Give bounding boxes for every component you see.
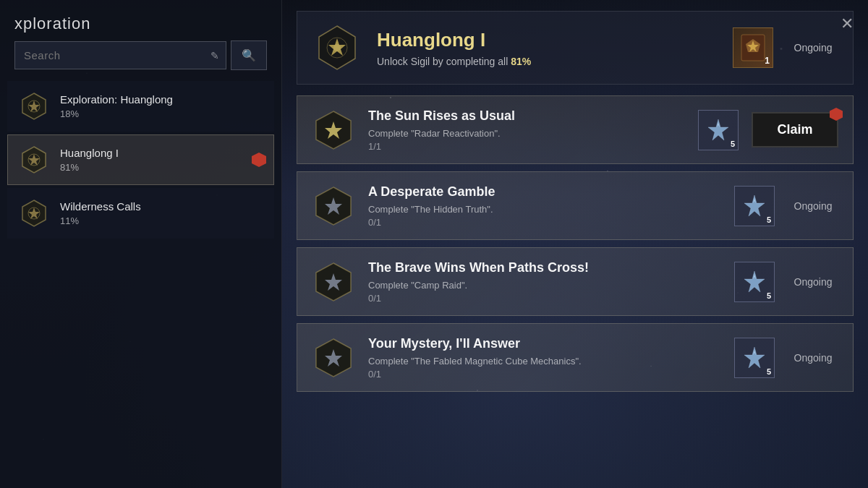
ongoing-label-mystery-answer: Ongoing xyxy=(788,352,838,364)
quest-reward-sun-rises: 5 xyxy=(698,110,739,150)
quest-card-brave-wins: The Brave Wins When Paths Cross! Complet… xyxy=(297,247,854,316)
region-subtitle: Unlock Sigil by completing all 81% xyxy=(377,56,718,67)
quest-icon-wrap-brave-wins xyxy=(312,260,355,304)
sidebar-header: xploration xyxy=(0,0,281,40)
item-icon-exploration-huanglong xyxy=(17,89,51,124)
quest-card-mystery-answer: Your Mystery, I'll Answer Complete "The … xyxy=(297,323,854,392)
item-pct-huanglong-i: 81% xyxy=(60,162,265,173)
quest-title-desperate-gamble: A Desperate Gamble xyxy=(368,184,721,200)
quest-icon-wrap-sun-rises xyxy=(312,108,355,152)
main-content: Huanglong I Unlock Sigil by completing a… xyxy=(282,0,868,488)
region-info: Huanglong I Unlock Sigil by completing a… xyxy=(377,29,718,67)
search-bar: ✎ 🔍 xyxy=(14,40,267,70)
quest-progress-brave-wins: 0/1 xyxy=(368,293,721,304)
quest-info-sun-rises: The Sun Rises as Usual Complete "Radar R… xyxy=(368,108,685,152)
item-icon-huanglong-i xyxy=(17,142,51,177)
quest-desc-brave-wins: Complete "Camp Raid". xyxy=(368,280,721,291)
reward-count: 1 xyxy=(765,56,770,66)
quest-card-desperate-gamble: A Desperate Gamble Complete "The Hidden … xyxy=(297,171,854,240)
claim-badge-sun-rises xyxy=(830,108,843,121)
item-info-wilderness-calls: Wilderness Calls11% xyxy=(60,200,265,226)
quest-icon-wrap-desperate-gamble xyxy=(312,184,355,228)
quest-info-mystery-answer: Your Mystery, I'll Answer Complete "The … xyxy=(368,336,721,380)
sidebar-item-exploration-huanglong[interactable]: Exploration: Huanglong18% xyxy=(7,81,274,132)
quest-title-brave-wins: The Brave Wins When Paths Cross! xyxy=(368,260,721,275)
quest-title-mystery-answer: Your Mystery, I'll Answer xyxy=(368,336,721,351)
quest-progress-mystery-answer: 0/1 xyxy=(368,369,721,380)
completion-pct: 81% xyxy=(511,56,531,67)
quest-reward-mystery-answer: 5 xyxy=(734,338,775,378)
sidebar-list: Exploration: Huanglong18% Huanglong I81%… xyxy=(0,81,281,488)
quest-reward-count-brave-wins: 5 xyxy=(767,291,771,300)
region-status: Ongoing xyxy=(788,42,838,53)
quest-info-desperate-gamble: A Desperate Gamble Complete "The Hidden … xyxy=(368,184,721,228)
claim-button-sun-rises[interactable]: Claim xyxy=(752,112,838,147)
close-icon[interactable]: ✕ xyxy=(841,14,854,33)
sidebar-item-huanglong-i[interactable]: Huanglong I81% xyxy=(7,134,274,185)
region-title: Huanglong I xyxy=(377,29,718,51)
quest-reward-desperate-gamble: 5 xyxy=(734,186,775,226)
quest-reward-brave-wins: 5 xyxy=(734,262,775,302)
region-reward: 1 xyxy=(733,27,773,68)
search-button[interactable]: 🔍 xyxy=(231,40,267,70)
quest-desc-desperate-gamble: Complete "The Hidden Truth". xyxy=(368,204,721,215)
item-info-exploration-huanglong: Exploration: Huanglong18% xyxy=(60,93,265,119)
quest-progress-desperate-gamble: 0/1 xyxy=(368,217,721,228)
item-pct-wilderness-calls: 11% xyxy=(60,215,265,226)
sidebar: xploration ✎ 🔍 Exploration: Huanglong18%… xyxy=(0,0,282,488)
quest-desc-mystery-answer: Complete "The Fabled Magnetic Cube Mecha… xyxy=(368,356,721,367)
region-icon xyxy=(312,22,362,73)
page-title: xploration xyxy=(14,14,90,33)
search-input[interactable] xyxy=(14,41,226,69)
sidebar-item-wilderness-calls[interactable]: Wilderness Calls11% xyxy=(7,188,274,239)
item-name-exploration-huanglong: Exploration: Huanglong xyxy=(60,93,265,106)
quest-reward-count-sun-rises: 5 xyxy=(731,140,735,148)
quest-reward-count-desperate-gamble: 5 xyxy=(767,215,771,224)
item-info-huanglong-i: Huanglong I81% xyxy=(60,147,265,173)
item-pct-exploration-huanglong: 18% xyxy=(60,108,265,119)
svg-point-8 xyxy=(333,44,341,51)
region-header: Huanglong I Unlock Sigil by completing a… xyxy=(297,11,854,85)
quest-card-sun-rises: The Sun Rises as Usual Complete "Radar R… xyxy=(297,95,854,164)
quest-progress-sun-rises: 1/1 xyxy=(368,141,685,152)
quest-desc-sun-rises: Complete "Radar Reactivation". xyxy=(368,128,685,139)
reward-icon: 1 xyxy=(733,27,773,68)
quest-icon-wrap-mystery-answer xyxy=(312,336,355,380)
item-name-huanglong-i: Huanglong I xyxy=(60,147,265,159)
item-icon-wilderness-calls xyxy=(17,196,51,231)
quest-title-sun-rises: The Sun Rises as Usual xyxy=(368,108,685,124)
ongoing-label-desperate-gamble: Ongoing xyxy=(788,200,838,212)
quest-info-brave-wins: The Brave Wins When Paths Cross! Complet… xyxy=(368,260,721,304)
ongoing-label-brave-wins: Ongoing xyxy=(788,276,838,288)
quest-reward-count-mystery-answer: 5 xyxy=(767,367,771,376)
item-name-wilderness-calls: Wilderness Calls xyxy=(60,200,265,213)
edit-icon: ✎ xyxy=(210,50,219,61)
search-input-wrap: ✎ xyxy=(14,41,226,69)
